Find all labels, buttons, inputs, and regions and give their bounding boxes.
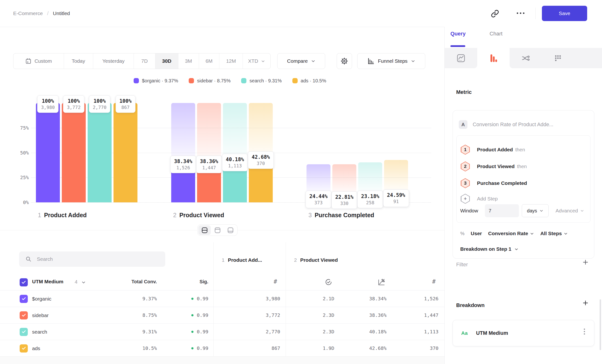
breakdown-column-label[interactable]: UTM Medium: [32, 279, 64, 285]
funnel-bar-organic-step1[interactable]: [36, 103, 60, 202]
row-significance: 0.99: [153, 296, 208, 301]
search-icon: [25, 256, 32, 262]
breadcrumb-title[interactable]: Untitled: [53, 11, 70, 16]
legend-label: ads · 10.5%: [301, 78, 326, 84]
range-custom[interactable]: Custom: [13, 54, 64, 69]
add-filter-button[interactable]: [582, 259, 589, 265]
breakdown-property-card[interactable]: [452, 320, 594, 346]
breakdown-options-icon[interactable]: [584, 329, 585, 334]
legend-item-sidebar[interactable]: sidebar · 8.75%: [189, 78, 231, 84]
row-name: ads: [32, 346, 40, 351]
funnel-bar-ads-step1[interactable]: [114, 103, 138, 202]
measure-scope-label: All Steps: [540, 231, 562, 236]
count-column-icon[interactable]: #: [274, 278, 277, 285]
range-label: 30D: [162, 58, 172, 64]
table-row-sidebar[interactable]: sidebar8.75%0.993,7722.3D38.36%1,447: [0, 307, 444, 323]
row-checkbox[interactable]: [20, 311, 28, 320]
bar-pct: 23.18%: [361, 193, 379, 200]
compare-button[interactable]: Compare: [277, 53, 325, 69]
funnel-bar-search-step1[interactable]: [88, 103, 112, 202]
bar-count: 867: [119, 104, 132, 110]
gear-icon: [341, 57, 348, 65]
col-sig[interactable]: Sig.: [172, 279, 208, 285]
bar-count: 1,113: [226, 163, 244, 169]
legend-swatch: [134, 78, 139, 83]
breakdown-on-step-select[interactable]: Breakdown on Step 1: [460, 246, 518, 252]
chevron-down-icon[interactable]: [81, 280, 86, 285]
layout-toggle-chart-only[interactable]: [211, 225, 224, 235]
chart-type-funnel-tab[interactable]: [477, 48, 510, 68]
query-step-1[interactable]: 1Product Addedthen: [461, 144, 525, 155]
chart-type-segmentation-tab[interactable]: [542, 48, 574, 68]
window-value-input[interactable]: [485, 204, 519, 217]
query-step-2[interactable]: 2Product Viewedthen: [461, 161, 527, 172]
step-axis-label-2: 2Product Viewed: [173, 212, 224, 219]
measure-metric-select[interactable]: Conversion Rate: [488, 231, 534, 236]
panel-scrollbar[interactable]: [600, 299, 601, 350]
legend-item-search[interactable]: search · 9.31%: [241, 78, 282, 84]
chevron-down-icon: [261, 59, 265, 63]
avg-time-column-icon[interactable]: [325, 278, 332, 286]
range-12m[interactable]: 12M: [219, 54, 243, 69]
count-column-icon[interactable]: #: [432, 278, 436, 285]
row-checkbox[interactable]: [20, 295, 28, 303]
chart-type-flow-tab[interactable]: [510, 48, 542, 68]
range-xtd[interactable]: XTD: [243, 54, 270, 69]
copy-link-icon[interactable]: [491, 10, 499, 18]
range-30d[interactable]: 30D: [155, 54, 178, 69]
column-group-product-added[interactable]: 1 Product Add...: [222, 257, 262, 263]
range-7d[interactable]: 7D: [134, 54, 155, 69]
tab-chart[interactable]: Chart: [490, 31, 503, 37]
range-yesterday[interactable]: Yesterday: [93, 54, 134, 69]
window-unit-select[interactable]: days: [522, 204, 548, 217]
layout-toggle-table-only[interactable]: [224, 225, 236, 235]
measure-scope-select[interactable]: All Steps: [540, 231, 568, 236]
plus-icon: [582, 300, 589, 306]
chart-settings-button[interactable]: [337, 53, 352, 69]
step-suffix: then: [517, 164, 527, 169]
step-number: 2: [173, 212, 176, 219]
query-step-3[interactable]: 3Purchase Completed: [461, 178, 527, 188]
funnel-bar-sidebar-step1[interactable]: [62, 103, 86, 202]
tab-query[interactable]: Query: [451, 31, 466, 37]
column-group-product-viewed[interactable]: 2 Product Viewed: [294, 257, 338, 263]
range-today[interactable]: Today: [64, 54, 93, 69]
measure-metric-label: Conversion Rate: [488, 231, 528, 236]
chevron-down-icon: [539, 209, 543, 213]
row-step1-count: 867: [232, 345, 280, 351]
add-step-button[interactable]: +Add Step: [461, 193, 498, 204]
table-row-organic[interactable]: $organic9.37%0.993,9802.1D38.34%1,526: [0, 290, 444, 307]
row-checkbox[interactable]: [20, 344, 28, 353]
breakdown-count: 4: [75, 279, 78, 285]
legend-label: $organic · 9.37%: [142, 78, 178, 84]
check-icon: [21, 280, 26, 285]
add-breakdown-button[interactable]: [582, 300, 589, 306]
save-button[interactable]: Save: [542, 6, 587, 21]
range-label: Yesterday: [102, 58, 125, 64]
row-total-conv: 10.5%: [109, 345, 157, 351]
chart-legend: $organic · 9.37%sidebar · 8.75%search · …: [31, 77, 429, 85]
more-options-icon[interactable]: [517, 12, 524, 14]
breadcrumb: E-Commerce / Untitled: [13, 0, 70, 27]
metric-header[interactable]: A Conversion Rate of Product Adde...: [459, 120, 553, 129]
measure-user[interactable]: User: [471, 231, 482, 236]
col-total-conv[interactable]: Total Conv.: [109, 279, 157, 285]
conversion-column-icon[interactable]: [377, 278, 385, 286]
line-chart-icon: [457, 54, 465, 63]
table-row-ads[interactable]: ads10.5%0.998671.9D42.68%370: [0, 340, 444, 357]
breadcrumb-project[interactable]: E-Commerce: [13, 11, 43, 16]
step-number-hexagon: 3: [461, 178, 470, 188]
chart-type-line-tab[interactable]: [445, 48, 477, 68]
advanced-toggle[interactable]: Advanced: [556, 208, 584, 214]
chart-type-button[interactable]: Funnel Steps: [357, 53, 425, 69]
layout-toggle-split-view[interactable]: [198, 225, 211, 235]
funnel-ghost-bar: [332, 164, 356, 194]
select-all-checkbox[interactable]: [20, 278, 28, 286]
range-6m[interactable]: 6M: [199, 54, 219, 69]
range-3m[interactable]: 3M: [178, 54, 199, 69]
table-row-search[interactable]: search9.31%0.992,7702.3D40.18%1,113: [0, 323, 444, 340]
row-checkbox[interactable]: [20, 328, 28, 336]
search-input[interactable]: [36, 256, 152, 262]
legend-item-organic[interactable]: $organic · 9.37%: [134, 78, 178, 84]
legend-item-ads[interactable]: ads · 10.5%: [292, 78, 326, 84]
